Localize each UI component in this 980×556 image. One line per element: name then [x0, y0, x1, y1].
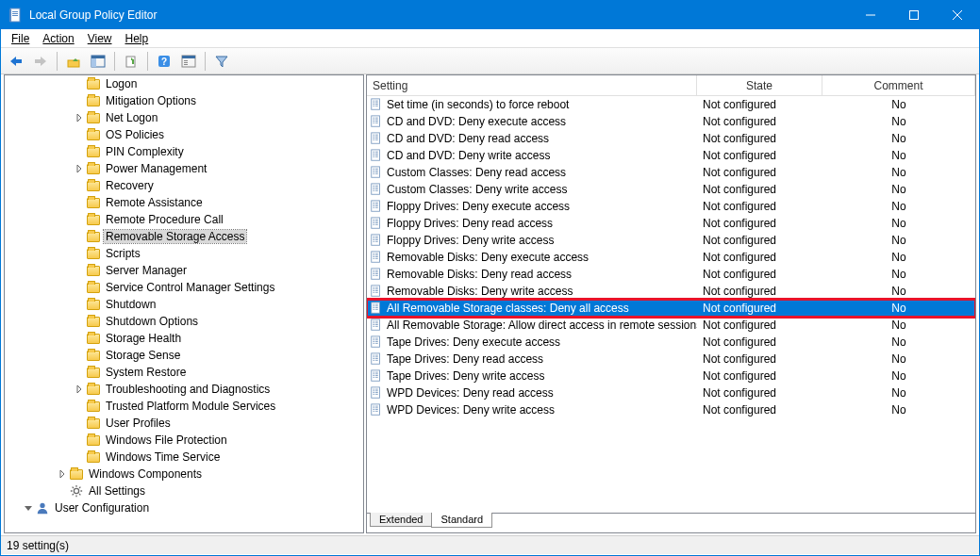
tree-item[interactable]: Remote Assistance	[5, 194, 363, 211]
svg-rect-185	[374, 394, 375, 395]
tree-item[interactable]: Power Management	[5, 160, 363, 177]
tree-item[interactable]: Removable Storage Access	[5, 228, 363, 245]
list-row[interactable]: Custom Classes: Deny write accessNot con…	[367, 181, 975, 198]
forward-button[interactable]	[29, 51, 52, 72]
list-row[interactable]: WPD Devices: Deny write accessNot config…	[367, 401, 975, 418]
maximize-button[interactable]	[892, 1, 936, 29]
tree-item[interactable]: Mitigation Options	[5, 92, 363, 109]
list-row[interactable]: WPD Devices: Deny read accessNot configu…	[367, 384, 975, 401]
folder-icon	[86, 399, 101, 414]
list-row[interactable]: Set time (in seconds) to force rebootNot…	[367, 96, 975, 113]
list-row[interactable]: Removable Disks: Deny execute accessNot …	[367, 249, 975, 266]
tree-item[interactable]: Remote Procedure Call	[5, 211, 363, 228]
policy-icon	[369, 114, 384, 129]
tree-view[interactable]: LogonMitigation OptionsNet LogonOS Polic…	[5, 75, 363, 532]
expand-icon[interactable]	[73, 114, 86, 122]
tree-item[interactable]: Windows Components	[5, 466, 363, 482]
column-state[interactable]: State	[697, 75, 822, 95]
setting-name: All Removable Storage: Allow direct acce…	[387, 319, 697, 332]
close-button[interactable]	[936, 1, 979, 29]
svg-rect-145	[374, 322, 375, 323]
list-row[interactable]: All Removable Storage classes: Deny all …	[367, 300, 975, 317]
list-row[interactable]: CD and DVD: Deny read accessNot configur…	[367, 130, 975, 147]
list-row[interactable]: Tape Drives: Deny execute accessNot conf…	[367, 334, 975, 351]
list-row[interactable]: All Removable Storage: Allow direct acce…	[367, 317, 975, 334]
tree-item[interactable]: Storage Sense	[5, 347, 363, 364]
setting-comment: No	[822, 251, 975, 264]
tree-item[interactable]: Net Logon	[5, 109, 363, 126]
tree-item[interactable]: Shutdown Options	[5, 313, 363, 330]
minimize-button[interactable]	[849, 1, 892, 29]
list-row[interactable]: Tape Drives: Deny write accessNot config…	[367, 368, 975, 384]
svg-rect-94	[375, 222, 378, 223]
tree-item[interactable]: Windows Time Service	[5, 449, 363, 466]
policy-icon	[369, 335, 384, 350]
svg-rect-99	[375, 237, 378, 237]
menu-view[interactable]: View	[81, 31, 119, 46]
tab-standard[interactable]: Standard	[431, 513, 492, 528]
svg-rect-194	[374, 411, 375, 412]
tree-item[interactable]: Recovery	[5, 177, 363, 194]
back-button[interactable]	[5, 51, 27, 72]
tree-item[interactable]: Scripts	[5, 245, 363, 262]
svg-rect-182	[375, 390, 378, 391]
svg-rect-84	[374, 205, 375, 206]
list-row[interactable]: Custom Classes: Deny read accessNot conf…	[367, 164, 975, 181]
title-bar: Local Group Policy Editor	[1, 1, 979, 29]
tab-extended[interactable]: Extended	[370, 513, 432, 527]
list-body[interactable]: Set time (in seconds) to force rebootNot…	[367, 96, 975, 513]
svg-rect-68	[374, 173, 375, 174]
tree-item[interactable]: PIN Complexity	[5, 143, 363, 160]
svg-rect-189	[375, 406, 378, 407]
filter-button[interactable]	[210, 51, 233, 72]
folder-icon	[86, 365, 101, 380]
folder-icon	[86, 314, 101, 329]
tree-item[interactable]: System Restore	[5, 364, 363, 381]
list-row[interactable]: CD and DVD: Deny execute accessNot confi…	[367, 113, 975, 130]
menu-file[interactable]: File	[5, 31, 36, 46]
window-title: Local Group Policy Editor	[29, 8, 849, 22]
list-row[interactable]: Tape Drives: Deny read accessNot configu…	[367, 351, 975, 368]
setting-comment: No	[822, 369, 975, 383]
menu-help[interactable]: Help	[119, 31, 156, 46]
export-button[interactable]	[120, 51, 142, 72]
expand-icon[interactable]	[73, 165, 86, 172]
menu-action[interactable]: Action	[36, 31, 80, 46]
list-row[interactable]: Floppy Drives: Deny write accessNot conf…	[367, 232, 975, 249]
up-button[interactable]	[62, 51, 85, 72]
tree-item[interactable]: Server Manager	[5, 262, 363, 279]
list-row[interactable]: Floppy Drives: Deny execute accessNot co…	[367, 198, 975, 215]
tree-item[interactable]: Logon	[5, 75, 363, 92]
list-row[interactable]: CD and DVD: Deny write accessNot configu…	[367, 147, 975, 164]
expand-icon[interactable]	[56, 470, 69, 478]
column-comment[interactable]: Comment	[822, 75, 975, 95]
tree-item[interactable]: User Profiles	[5, 415, 363, 432]
tree-item[interactable]: OS Policies	[5, 126, 363, 143]
list-row[interactable]: Removable Disks: Deny read accessNot con…	[367, 266, 975, 283]
properties-button[interactable]	[177, 51, 200, 72]
tree-item[interactable]: Troubleshooting and Diagnostics	[5, 381, 363, 398]
tree-item[interactable]: User Configuration	[5, 499, 363, 516]
column-setting[interactable]: Setting	[367, 75, 697, 95]
svg-rect-91	[374, 221, 375, 221]
tree-item[interactable]: Storage Health	[5, 330, 363, 347]
svg-rect-26	[374, 101, 375, 102]
expand-icon[interactable]	[22, 504, 35, 512]
tree-item-label: Power Management	[104, 162, 208, 175]
expand-icon[interactable]	[73, 385, 86, 393]
svg-rect-96	[375, 224, 378, 225]
tree-item[interactable]: Windows File Protection	[5, 432, 363, 449]
svg-rect-42	[375, 123, 378, 123]
tree-item[interactable]: Shutdown	[5, 296, 363, 313]
folder-icon	[86, 297, 101, 312]
setting-comment: No	[822, 403, 975, 417]
show-hide-tree-button[interactable]	[87, 51, 109, 72]
tree-item[interactable]: Trusted Platform Module Services	[5, 398, 363, 415]
list-row[interactable]: Floppy Drives: Deny read accessNot confi…	[367, 215, 975, 232]
list-row[interactable]: Removable Disks: Deny write accessNot co…	[367, 283, 975, 300]
help-button[interactable]: ?	[153, 51, 175, 72]
setting-state: Not configured	[697, 115, 822, 128]
tree-item[interactable]: All Settings	[5, 482, 363, 499]
tree-item[interactable]: Service Control Manager Settings	[5, 279, 363, 296]
folder-icon	[86, 178, 101, 193]
